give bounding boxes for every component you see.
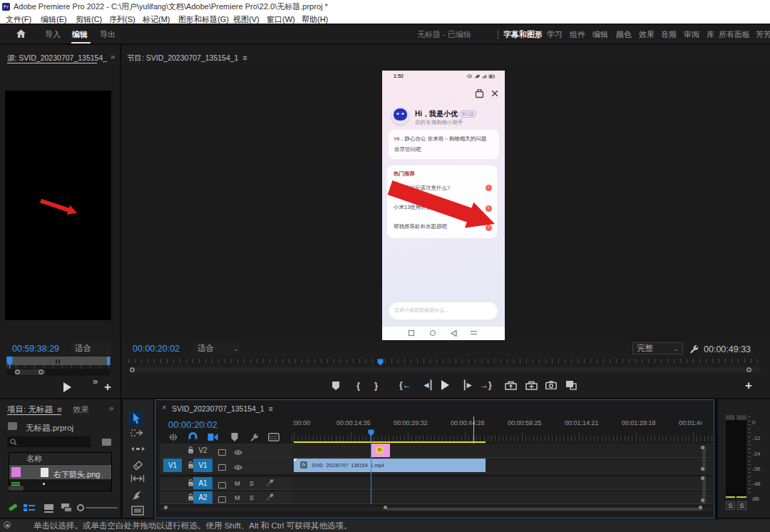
svg-text:CC: CC (270, 435, 277, 440)
